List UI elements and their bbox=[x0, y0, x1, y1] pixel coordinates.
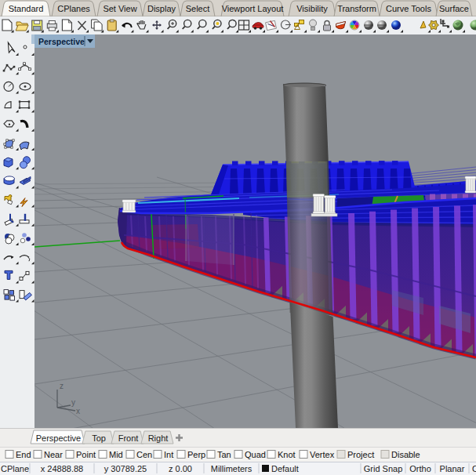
svg-text:Millimeters: Millimeters bbox=[211, 464, 253, 473]
svg-text:Perp: Perp bbox=[187, 450, 205, 459]
svg-text:Visibility: Visibility bbox=[296, 4, 328, 13]
svg-text:Project: Project bbox=[347, 450, 374, 459]
svg-text:Cen: Cen bbox=[136, 450, 152, 459]
svg-text:Display: Display bbox=[147, 4, 176, 13]
svg-text:Disable: Disable bbox=[391, 450, 420, 459]
svg-text:End: End bbox=[16, 450, 31, 459]
svg-text:Transform: Transform bbox=[337, 4, 376, 13]
svg-text:Default: Default bbox=[271, 464, 299, 473]
svg-text:O: O bbox=[472, 464, 476, 473]
svg-text:x 24888.88: x 24888.88 bbox=[41, 464, 83, 473]
svg-text:Standard: Standard bbox=[9, 4, 44, 13]
svg-text:CPlane: CPlane bbox=[1, 464, 29, 473]
svg-text:y: y bbox=[71, 398, 75, 407]
svg-text:Set View: Set View bbox=[103, 4, 136, 13]
svg-text:Perspective: Perspective bbox=[38, 37, 85, 46]
svg-text:Top: Top bbox=[92, 433, 106, 443]
svg-text:Curve Tools: Curve Tools bbox=[386, 4, 431, 13]
svg-text:Front: Front bbox=[118, 433, 139, 443]
svg-text:Grid Snap: Grid Snap bbox=[364, 464, 403, 473]
svg-text:Mid: Mid bbox=[109, 450, 123, 459]
svg-text:z 0.00: z 0.00 bbox=[169, 464, 192, 473]
svg-text:Planar: Planar bbox=[440, 464, 465, 473]
svg-text:Ortho: Ortho bbox=[409, 464, 431, 473]
svg-text:Vertex: Vertex bbox=[310, 450, 335, 459]
svg-text:Right: Right bbox=[148, 433, 169, 443]
svg-text:Point: Point bbox=[76, 450, 96, 459]
svg-text:Knot: Knot bbox=[278, 450, 296, 459]
svg-text:y 30789.25: y 30789.25 bbox=[104, 464, 147, 473]
svg-text:Perspective: Perspective bbox=[36, 433, 81, 443]
svg-text:Quad: Quad bbox=[245, 450, 266, 459]
svg-text:z: z bbox=[60, 382, 64, 390]
svg-text:Select: Select bbox=[186, 4, 210, 13]
svg-text:x: x bbox=[76, 407, 80, 415]
svg-text:Int: Int bbox=[164, 450, 173, 459]
svg-text:CPlanes: CPlanes bbox=[57, 4, 90, 13]
svg-text:Surface: Surface bbox=[439, 4, 469, 13]
svg-text:Viewport Layout: Viewport Layout bbox=[222, 4, 284, 13]
svg-text:Near: Near bbox=[44, 450, 63, 459]
svg-text:Tan: Tan bbox=[217, 450, 231, 459]
